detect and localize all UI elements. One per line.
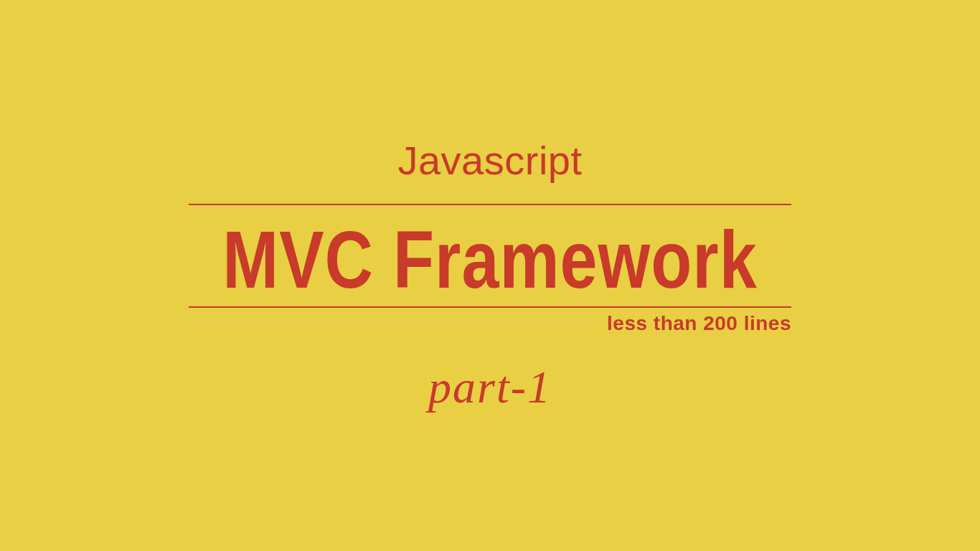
main-title: MVC Framework	[189, 205, 791, 307]
subtitle: less than 200 lines	[607, 312, 791, 335]
subtitle-row: less than 200 lines	[189, 308, 791, 336]
top-label: Javascript	[189, 137, 791, 184]
title-card: Javascript MVC Framework less than 200 l…	[189, 137, 791, 415]
part-label: part-1	[189, 361, 791, 414]
